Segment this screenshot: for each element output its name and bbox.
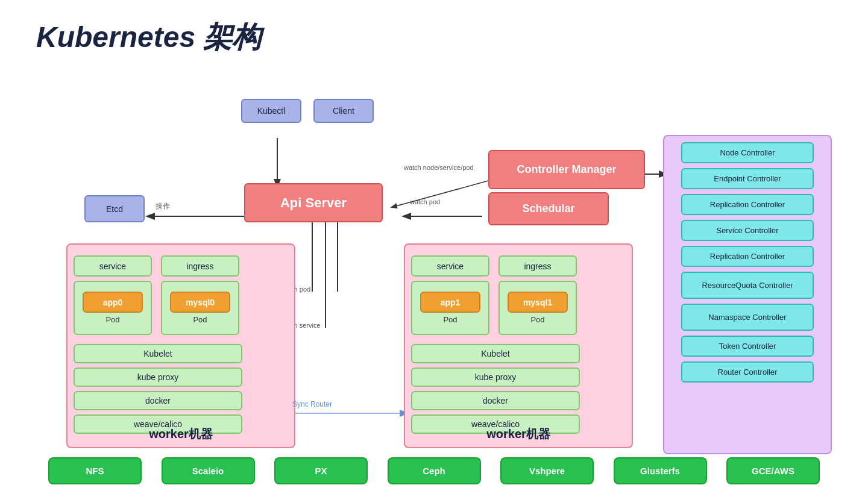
watch-pod-label: watch pod xyxy=(410,198,440,205)
etcd-box: Etcd xyxy=(84,195,145,222)
worker1-ingress: ingress xyxy=(161,255,239,277)
worker2-app1: app1 xyxy=(420,292,480,313)
worker2-ingress: ingress xyxy=(498,255,577,277)
controller-replication1: Replication Controller xyxy=(681,194,814,215)
worker1-service: service xyxy=(74,255,152,277)
worker2-service: service xyxy=(411,255,489,277)
worker1-pod2-label: Pod xyxy=(193,315,207,324)
storage-scaleio: Scaleio xyxy=(162,457,255,484)
storage-vshpere: Vshpere xyxy=(500,457,594,484)
storage-row: NFSScaleioPXCephVshpereGlusterfsGCE/AWS xyxy=(48,457,820,484)
controllers-panel: Node Controller Endpoint Controller Repl… xyxy=(663,135,832,454)
worker2-label: worker机器 xyxy=(486,426,550,442)
client-box: Client xyxy=(313,99,374,123)
controller-endpoint: Endpoint Controller xyxy=(681,168,814,189)
worker2-pod1-label: Pod xyxy=(443,315,457,324)
page-title: Kubernetes 架构 xyxy=(0,0,868,63)
controller-replication2: Replication Controller xyxy=(681,246,814,267)
worker2-docker: docker xyxy=(411,391,580,410)
controller-namespace: Namaspace Controller xyxy=(681,304,814,331)
api-server-box: Api Server xyxy=(244,183,383,222)
controller-service: Service Controller xyxy=(681,220,814,241)
controller-node: Node Controller xyxy=(681,142,814,163)
worker1-pod1-label: Pod xyxy=(105,315,119,324)
worker1-pod2-container: mysql0 Pod xyxy=(161,281,239,335)
controller-resourcequota: ResourceQuota Controller xyxy=(681,272,814,299)
controller-manager-box: Controller Manager xyxy=(488,150,645,189)
caozuo-label: 操作 xyxy=(156,201,170,211)
storage-px: PX xyxy=(274,457,368,484)
worker1-container: service ingress app0 Pod mysql0 Pod Kube… xyxy=(66,243,295,448)
worker1-label: worker机器 xyxy=(149,426,213,442)
storage-ceph: Ceph xyxy=(388,457,481,484)
worker2-mysql1: mysql1 xyxy=(508,292,568,313)
storage-nfs: NFS xyxy=(48,457,142,484)
storage-gce-aws: GCE/AWS xyxy=(726,457,820,484)
worker1-app0: app0 xyxy=(83,292,143,313)
storage-glusterfs: Glusterfs xyxy=(614,457,707,484)
worker2-pod1-container: app1 Pod xyxy=(411,281,489,335)
worker2-kube-proxy: kube proxy xyxy=(411,368,580,387)
controller-token: Token Controller xyxy=(681,336,814,357)
worker2-container: service ingress app1 Pod mysql1 Pod Kube… xyxy=(404,243,633,448)
worker2-pod2-container: mysql1 Pod xyxy=(498,281,577,335)
worker1-pod1-container: app0 Pod xyxy=(74,281,152,335)
worker1-mysql0: mysql0 xyxy=(170,292,230,313)
kubectl-box: Kubectl xyxy=(241,99,301,123)
worker1-kubelet: Kubelet xyxy=(74,344,242,363)
worker1-docker: docker xyxy=(74,391,242,410)
worker1-kube-proxy: kube proxy xyxy=(74,368,242,387)
watch-node-label: watch node/service/pod xyxy=(404,164,474,171)
controller-router: Router Controller xyxy=(681,361,814,383)
schedular-box: Schedular xyxy=(488,192,609,225)
worker2-kubelet: Kubelet xyxy=(411,344,580,363)
worker2-pod2-label: Pod xyxy=(530,315,544,324)
sync-router-label: Sync Router xyxy=(292,400,332,408)
